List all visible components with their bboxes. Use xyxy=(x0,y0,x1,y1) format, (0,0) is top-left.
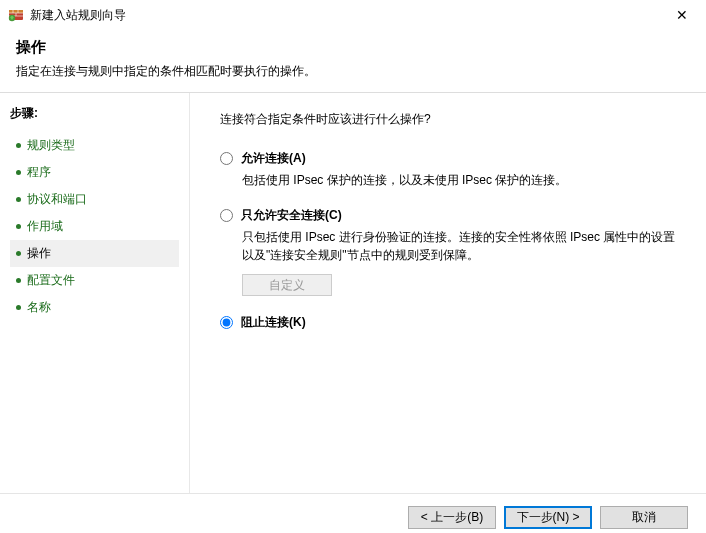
option-allow-row[interactable]: 允许连接(A) xyxy=(220,150,682,167)
sidebar-item-protocol-port[interactable]: 协议和端口 xyxy=(10,186,179,213)
sidebar-item-label: 配置文件 xyxy=(27,272,75,289)
sidebar-item-label: 协议和端口 xyxy=(27,191,87,208)
bullet-icon xyxy=(16,224,21,229)
radio-block[interactable] xyxy=(220,316,233,329)
option-allow-desc: 包括使用 IPsec 保护的连接，以及未使用 IPsec 保护的连接。 xyxy=(242,171,682,189)
cancel-button[interactable]: 取消 xyxy=(600,506,688,529)
sidebar-item-program[interactable]: 程序 xyxy=(10,159,179,186)
bullet-icon xyxy=(16,170,21,175)
sidebar-item-profile[interactable]: 配置文件 xyxy=(10,267,179,294)
bullet-icon xyxy=(16,143,21,148)
customize-button: 自定义 xyxy=(242,274,332,296)
main: 步骤: 规则类型 程序 协议和端口 作用域 操作 配置文件 名称 xyxy=(0,93,706,493)
sidebar-item-label: 作用域 xyxy=(27,218,63,235)
page-title: 操作 xyxy=(16,38,690,57)
option-allow: 允许连接(A) 包括使用 IPsec 保护的连接，以及未使用 IPsec 保护的… xyxy=(220,150,682,189)
sidebar-item-action[interactable]: 操作 xyxy=(10,240,179,267)
titlebar: 新建入站规则向导 ✕ xyxy=(0,0,706,30)
sidebar-item-rule-type[interactable]: 规则类型 xyxy=(10,132,179,159)
sidebar: 步骤: 规则类型 程序 协议和端口 作用域 操作 配置文件 名称 xyxy=(0,93,190,493)
sidebar-heading: 步骤: xyxy=(10,105,179,122)
content-prompt: 连接符合指定条件时应该进行什么操作? xyxy=(220,111,682,128)
close-button[interactable]: ✕ xyxy=(668,3,696,27)
sidebar-item-label: 名称 xyxy=(27,299,51,316)
option-block-label: 阻止连接(K) xyxy=(241,314,306,331)
option-secure: 只允许安全连接(C) 只包括使用 IPsec 进行身份验证的连接。连接的安全性将… xyxy=(220,207,682,296)
firewall-icon xyxy=(8,7,24,23)
next-button[interactable]: 下一步(N) > xyxy=(504,506,592,529)
option-secure-label: 只允许安全连接(C) xyxy=(241,207,342,224)
option-block: 阻止连接(K) xyxy=(220,314,682,331)
radio-allow[interactable] xyxy=(220,152,233,165)
page-desc: 指定在连接与规则中指定的条件相匹配时要执行的操作。 xyxy=(16,63,690,80)
titlebar-left: 新建入站规则向导 xyxy=(8,7,126,24)
svg-rect-1 xyxy=(9,10,23,13)
back-button[interactable]: < 上一步(B) xyxy=(408,506,496,529)
footer: < 上一步(B) 下一步(N) > 取消 xyxy=(0,493,706,533)
bullet-icon xyxy=(16,278,21,283)
bullet-icon xyxy=(16,251,21,256)
option-block-row[interactable]: 阻止连接(K) xyxy=(220,314,682,331)
sidebar-item-name[interactable]: 名称 xyxy=(10,294,179,321)
header: 操作 指定在连接与规则中指定的条件相匹配时要执行的操作。 xyxy=(0,30,706,92)
sidebar-item-label: 操作 xyxy=(27,245,51,262)
option-secure-desc: 只包括使用 IPsec 进行身份验证的连接。连接的安全性将依照 IPsec 属性… xyxy=(242,228,682,264)
window-title: 新建入站规则向导 xyxy=(30,7,126,24)
option-secure-row[interactable]: 只允许安全连接(C) xyxy=(220,207,682,224)
bullet-icon xyxy=(16,305,21,310)
bullet-icon xyxy=(16,197,21,202)
radio-secure[interactable] xyxy=(220,209,233,222)
content: 连接符合指定条件时应该进行什么操作? 允许连接(A) 包括使用 IPsec 保护… xyxy=(190,93,706,493)
option-allow-label: 允许连接(A) xyxy=(241,150,306,167)
sidebar-item-label: 程序 xyxy=(27,164,51,181)
sidebar-item-scope[interactable]: 作用域 xyxy=(10,213,179,240)
sidebar-item-label: 规则类型 xyxy=(27,137,75,154)
